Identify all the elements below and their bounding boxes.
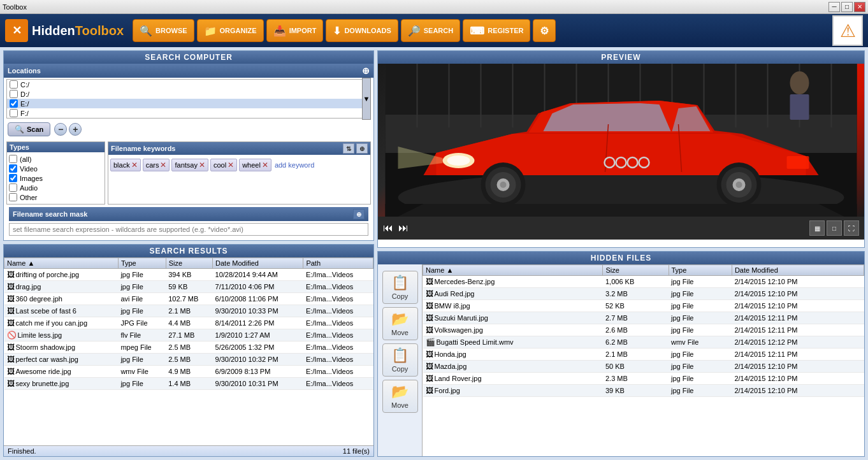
locations-expand-icon[interactable]: ⊕: [362, 66, 370, 76]
keywords-panel: Filename keywords ⇅ ⊕ black✕ cars✕: [108, 141, 371, 205]
type-item-video[interactable]: Video: [9, 164, 103, 173]
list-item[interactable]: 🖼Honda.jpg 2.1 MB jpg File 2/14/2015 12:…: [423, 349, 864, 361]
copy-button-bottom[interactable]: 📋 Copy: [382, 343, 418, 377]
filename-mask-input[interactable]: [9, 223, 368, 236]
downloads-icon: ⬇: [333, 25, 341, 37]
location-checkbox-e[interactable]: [10, 99, 18, 108]
results-scroll[interactable]: Name ▲ Type Size Date Modified Path 🖼dri…: [4, 257, 373, 445]
table-row[interactable]: 🖼Stoorm shadow.jpg mpeg File 2.5 MB 5/26…: [4, 341, 373, 354]
organize-label: ORGANIZE: [220, 27, 257, 34]
svg-rect-18: [790, 94, 809, 120]
remove-keyword-cool[interactable]: ✕: [228, 161, 234, 169]
hf-col-date[interactable]: Date Modified: [732, 265, 864, 276]
list-item[interactable]: 🖼Suzuki Maruti.jpg 2.7 MB jpg File 2/14/…: [423, 312, 864, 324]
remove-keyword-cars[interactable]: ✕: [160, 161, 166, 169]
col-date[interactable]: Date Modified: [213, 258, 303, 269]
search-button[interactable]: 🔎 SEARCH: [401, 19, 460, 42]
location-checkbox-d[interactable]: [10, 90, 18, 98]
prev-button[interactable]: ⏮: [383, 222, 393, 234]
downloads-button[interactable]: ⬇ DOWNLOADS: [326, 19, 398, 42]
location-item-d[interactable]: D:/: [7, 89, 370, 99]
expand-mask-button[interactable]: ⊕: [353, 209, 365, 219]
preview-header: PREVIEW: [378, 51, 864, 64]
type-checkbox-audio[interactable]: [9, 183, 17, 192]
close-button[interactable]: ✕: [854, 2, 865, 12]
scan-button[interactable]: 🔍 Scan: [8, 122, 50, 136]
organize-button[interactable]: 📁 ORGANIZE: [197, 19, 264, 42]
location-item-f[interactable]: F:/: [7, 108, 370, 118]
import-label: IMPORT: [289, 27, 317, 34]
list-item[interactable]: 🖼Audi Red.jpg 3.2 MB jpg File 2/14/2015 …: [423, 288, 864, 300]
col-type[interactable]: Type: [118, 258, 166, 269]
keyword-wheel[interactable]: wheel✕: [239, 159, 271, 171]
sort-keywords-button[interactable]: ⇅: [343, 143, 354, 154]
remove-keyword-wheel[interactable]: ✕: [262, 161, 268, 169]
next-button[interactable]: ⏭: [398, 222, 409, 234]
hidden-files-scroll[interactable]: Name ▲ Size Type Date Modified 🖼Mercedes…: [423, 264, 864, 456]
list-item[interactable]: 🖼Volkswagen.jpg 2.6 MB jpg File 2/14/201…: [423, 324, 864, 336]
hf-col-size[interactable]: Size: [603, 265, 669, 276]
fullscreen-button[interactable]: ⛶: [844, 220, 859, 236]
type-item-other[interactable]: Other: [9, 192, 103, 202]
restore-button[interactable]: □: [841, 2, 853, 12]
type-item-images[interactable]: Images: [9, 173, 103, 183]
list-item[interactable]: 🖼Mercedes-Benz.jpg 1,006 KB jpg File 2/1…: [423, 276, 864, 288]
alert-button[interactable]: ⚠: [832, 15, 863, 46]
type-checkbox-other[interactable]: [9, 193, 17, 201]
keywords-icons: ⇅ ⊕: [343, 143, 368, 154]
add-location-button[interactable]: +: [69, 123, 82, 136]
location-checkbox-f[interactable]: [10, 109, 18, 117]
type-item-all[interactable]: (all): [9, 154, 103, 164]
keyword-cars[interactable]: cars✕: [143, 159, 170, 171]
table-row[interactable]: 🖼360 degree.jph avi File 102.7 MB 6/10/2…: [4, 293, 373, 305]
type-item-audio[interactable]: Audio: [9, 183, 103, 192]
remove-keyword-black[interactable]: ✕: [131, 161, 138, 169]
type-checkbox-images[interactable]: [9, 174, 17, 182]
hf-col-type[interactable]: Type: [669, 265, 732, 276]
table-row[interactable]: 🚫Limite less.jpg flv File 27.1 MB 1/9/20…: [4, 329, 373, 341]
col-name[interactable]: Name ▲: [4, 258, 119, 269]
keyword-black[interactable]: black✕: [110, 159, 141, 171]
types-panel: Types (all) Video Images: [6, 141, 105, 205]
search-computer-section: SEARCH COMPUTER Locations ⊕ C:/ D:/: [3, 50, 374, 241]
location-item-c[interactable]: C:/: [7, 80, 370, 89]
location-item-e[interactable]: E:/: [7, 99, 370, 108]
list-item[interactable]: 🖼Land Rover.jpg 2.3 MB jpg File 2/14/201…: [423, 373, 864, 385]
list-item[interactable]: 🖼Mazda.jpg 50 KB jpg File 2/14/2015 12:1…: [423, 361, 864, 373]
import-button[interactable]: 📥 IMPORT: [266, 19, 324, 42]
type-checkbox-video[interactable]: [9, 164, 17, 173]
table-row[interactable]: 🖼sexy brunette.jpg jpg File 1.4 MB 9/30/…: [4, 378, 373, 390]
table-row[interactable]: 🖼drag.jpg jpg File 59 KB 7/11/2010 4:06 …: [4, 281, 373, 293]
keyword-cool[interactable]: cool✕: [210, 159, 237, 171]
move-button-top[interactable]: 📂 Move: [382, 307, 418, 340]
expand-keywords-button[interactable]: ⊕: [356, 143, 368, 154]
add-keyword-button[interactable]: add keyword: [273, 159, 315, 171]
browse-button[interactable]: 🔍 BROWSE: [133, 19, 194, 42]
grid-view-button[interactable]: ▦: [809, 220, 825, 236]
table-row[interactable]: 🖼Last scebe of fast 6 jpg File 2.1 MB 9/…: [4, 305, 373, 317]
table-row[interactable]: 🖼catch me if you can.jpg JPG File 4.4 MB…: [4, 317, 373, 329]
move-button-bottom[interactable]: 📂 Move: [382, 380, 418, 413]
location-checkbox-c[interactable]: [10, 80, 18, 89]
single-view-button[interactable]: □: [827, 220, 842, 236]
left-panel: SEARCH COMPUTER Locations ⊕ C:/ D:/: [3, 50, 374, 457]
col-size[interactable]: Size: [166, 258, 212, 269]
register-button[interactable]: ⌨ REGISTER: [463, 19, 530, 42]
table-row[interactable]: 🖼drifting of porche.jpg jpg File 394 KB …: [4, 269, 373, 281]
col-path[interactable]: Path: [303, 258, 373, 269]
remove-location-button[interactable]: −: [54, 123, 67, 136]
table-row[interactable]: 🖼Awesome ride.jpg wmv File 4.9 MB 6/9/20…: [4, 366, 373, 378]
list-item[interactable]: 🖼BMW i8.jpg 52 KB jpg File 2/14/2015 12:…: [423, 300, 864, 312]
keyword-fantsay[interactable]: fantsay✕: [171, 159, 208, 171]
minimize-button[interactable]: ─: [828, 2, 840, 12]
table-row[interactable]: 🖼perfect car wash.jpg jpg File 2.5 MB 9/…: [4, 354, 373, 366]
settings-button[interactable]: ⚙: [533, 19, 556, 42]
hf-col-name[interactable]: Name ▲: [423, 265, 603, 276]
type-checkbox-all[interactable]: [9, 155, 17, 163]
filename-mask-bar: Filename search mask ⊕: [9, 207, 368, 221]
list-item[interactable]: 🎬Bugatti Speed Limit.wmv 6.2 MB wmv File…: [423, 336, 864, 349]
copy-button-top[interactable]: 📋 Copy: [382, 271, 418, 304]
list-item[interactable]: 🖼Ford.jpg 39 KB jpg File 2/14/2015 12:10…: [423, 385, 864, 397]
move-top-icon: 📂: [391, 311, 409, 327]
remove-keyword-fantsay[interactable]: ✕: [199, 161, 205, 169]
